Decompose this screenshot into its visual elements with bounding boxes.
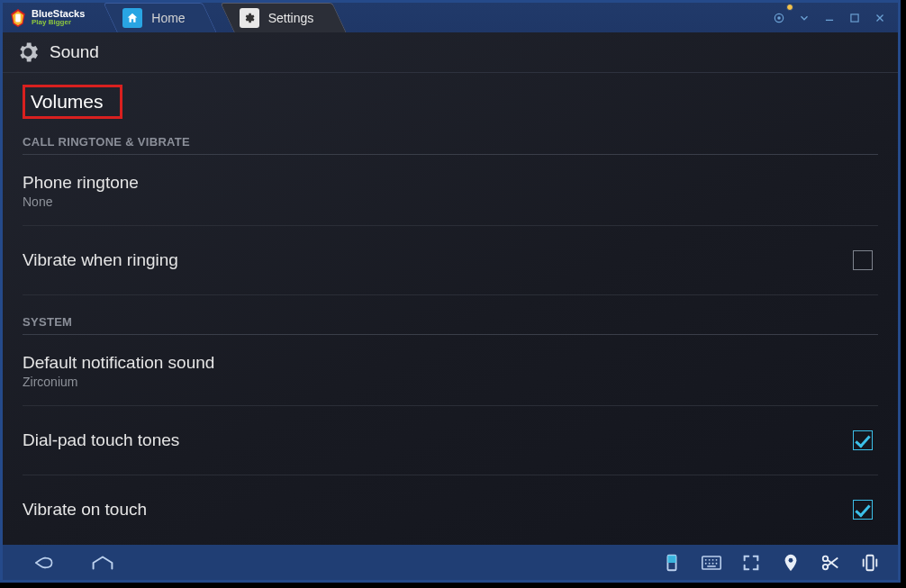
section-system-header: SYSTEM	[23, 315, 878, 329]
tab-home-label: Home	[151, 11, 185, 25]
row-title: Vibrate when ringing	[23, 250, 853, 271]
android-nav-bar	[3, 545, 898, 580]
svg-point-13	[716, 558, 718, 560]
page-title: Sound	[50, 42, 99, 62]
maximize-button[interactable]	[842, 5, 867, 31]
window-controls	[766, 3, 898, 32]
rotate-portrait-icon[interactable]	[662, 553, 682, 573]
row-title: Vibrate on touch	[23, 500, 853, 520]
svg-rect-8	[667, 555, 675, 562]
svg-point-3	[777, 16, 781, 20]
checkbox-vibrate-touch[interactable]	[853, 500, 873, 520]
svg-point-15	[709, 562, 711, 564]
divider	[23, 334, 878, 335]
minimize-button[interactable]	[817, 5, 842, 31]
fullscreen-icon[interactable]	[741, 553, 761, 573]
row-title: Default notification sound	[23, 353, 878, 374]
location-icon[interactable]	[781, 553, 801, 573]
page-header: Sound	[3, 32, 898, 73]
row-phone-ringtone[interactable]: Phone ringtone None	[23, 157, 878, 226]
checkbox-dialpad-tones[interactable]	[853, 430, 873, 450]
content-area: Sound Volumes CALL RINGTONE & VIBRATE Ph…	[3, 32, 898, 545]
app-window: BlueStacks Play Bigger Home Settings	[0, 0, 901, 583]
svg-rect-5	[851, 14, 858, 21]
brand: BlueStacks Play Bigger	[3, 3, 94, 32]
brand-tagline: Play Bigger	[32, 19, 85, 26]
gear-icon	[15, 40, 41, 65]
row-subtitle: Zirconium	[23, 375, 878, 389]
close-button[interactable]	[867, 5, 892, 31]
home-icon	[122, 8, 142, 28]
section-call-header: CALL RINGTONE & VIBRATE	[23, 135, 878, 149]
svg-rect-4	[826, 19, 833, 20]
volumes-label: Volumes	[31, 91, 104, 112]
tab-settings[interactable]: Settings	[227, 3, 340, 32]
svg-point-17	[716, 562, 718, 564]
checkbox-vibrate-ringing[interactable]	[853, 250, 873, 270]
row-default-notification-sound[interactable]: Default notification sound Zirconium	[23, 337, 878, 406]
shake-icon[interactable]	[860, 553, 880, 573]
bluestacks-logo-icon	[8, 8, 28, 28]
svg-point-12	[712, 558, 714, 560]
svg-point-10	[705, 558, 707, 560]
svg-rect-22	[866, 555, 873, 570]
row-dialpad-touch-tones[interactable]: Dial-pad touch tones	[23, 406, 878, 475]
keyboard-icon[interactable]	[702, 553, 721, 573]
svg-point-14	[705, 562, 707, 564]
svg-point-16	[712, 562, 714, 564]
back-icon[interactable]	[33, 551, 57, 574]
title-bar: BlueStacks Play Bigger Home Settings	[3, 3, 898, 32]
svg-rect-0	[15, 14, 21, 22]
tab-home[interactable]: Home	[110, 3, 210, 32]
settings-tab-icon	[240, 8, 259, 28]
notification-bell-icon[interactable]	[766, 5, 792, 31]
row-vibrate-on-touch[interactable]: Vibrate on touch	[23, 475, 878, 544]
row-vibrate-when-ringing[interactable]: Vibrate when ringing	[23, 226, 878, 295]
settings-list: Volumes CALL RINGTONE & VIBRATE Phone ri…	[3, 72, 898, 545]
row-subtitle: None	[23, 194, 878, 209]
tab-settings-label: Settings	[268, 11, 314, 25]
home-nav-icon[interactable]	[91, 551, 114, 574]
svg-rect-18	[707, 565, 715, 567]
svg-point-19	[789, 557, 793, 562]
volumes-item[interactable]: Volumes	[23, 85, 122, 119]
svg-point-6	[24, 49, 31, 55]
divider	[23, 154, 878, 155]
scissors-icon[interactable]	[820, 553, 840, 573]
chevron-down-icon[interactable]	[792, 5, 817, 31]
svg-point-11	[709, 558, 711, 560]
svg-rect-9	[702, 556, 720, 568]
row-title: Dial-pad touch tones	[23, 430, 853, 451]
row-title: Phone ringtone	[23, 173, 878, 194]
